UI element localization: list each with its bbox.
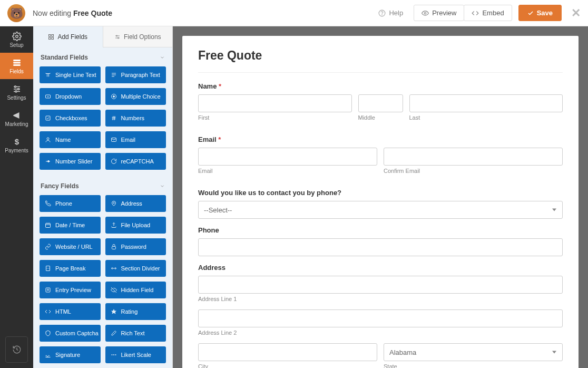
preview-button[interactable]: Preview: [414, 5, 464, 21]
help-icon: [378, 9, 386, 17]
field-multiple-choice[interactable]: Multiple Choice: [105, 88, 166, 105]
svg-rect-35: [112, 247, 115, 249]
history-icon: [12, 345, 22, 354]
svg-point-45: [113, 354, 114, 355]
svg-point-46: [115, 354, 116, 355]
email-input[interactable]: [198, 148, 377, 166]
svg-point-3: [15, 35, 18, 37]
field-email[interactable]: Email: [105, 131, 166, 148]
svg-rect-36: [46, 266, 50, 271]
sliders-icon: [12, 84, 22, 94]
dollar-icon: $: [12, 137, 22, 147]
save-button[interactable]: Save: [518, 5, 562, 21]
standard-fields-head[interactable]: Standard Fields: [33, 47, 172, 66]
left-rail: Setup Fields Settings Marketing $ Paymen…: [0, 26, 33, 368]
svg-point-12: [15, 91, 17, 92]
field-dropdown[interactable]: Dropdown: [40, 88, 101, 105]
field-rating[interactable]: Rating: [105, 303, 166, 320]
field-signature[interactable]: Signature: [40, 346, 101, 363]
field-phone[interactable]: Phone: [40, 195, 101, 212]
name-last-input[interactable]: [409, 94, 563, 112]
field-section-divider[interactable]: Section Divider: [105, 260, 166, 277]
svg-rect-6: [13, 64, 21, 66]
field-number-slider[interactable]: Number Slider: [40, 153, 101, 170]
name-first-input[interactable]: [198, 94, 352, 112]
svg-point-26: [47, 138, 49, 140]
rail-setup[interactable]: Setup: [0, 26, 33, 53]
svg-rect-16: [49, 37, 51, 40]
rail-marketing[interactable]: Marketing: [0, 105, 33, 132]
field-file-upload[interactable]: File Upload: [105, 217, 166, 234]
form-icon: [12, 58, 22, 67]
field-address[interactable]: Address: [105, 195, 166, 212]
field-name[interactable]: Name: [40, 131, 101, 148]
field-address-group[interactable]: Address Address Line 1 Address Line 2 Ci…: [198, 264, 563, 368]
field-html[interactable]: HTML: [40, 303, 101, 320]
svg-point-29: [48, 161, 50, 162]
svg-point-30: [113, 202, 114, 204]
svg-point-24: [113, 96, 114, 98]
svg-rect-17: [52, 37, 54, 40]
svg-point-11: [17, 88, 19, 90]
field-hidden-field[interactable]: Hidden Field: [105, 282, 166, 298]
confirm-email-input[interactable]: [384, 148, 563, 166]
field-custom-captcha[interactable]: Custom Captcha: [40, 325, 101, 342]
rail-settings[interactable]: Settings: [0, 79, 33, 105]
field-entry-preview[interactable]: Entry Preview: [40, 282, 101, 298]
field-password[interactable]: Password: [105, 238, 166, 255]
addr2-input[interactable]: [198, 309, 563, 327]
tab-add-fields[interactable]: Add Fields: [33, 26, 103, 47]
eye-icon: [422, 9, 429, 17]
city-input[interactable]: [198, 343, 377, 361]
field-likert-scale[interactable]: Likert Scale: [105, 346, 166, 363]
chevron-down-icon: [160, 183, 165, 189]
field-single-line-text[interactable]: Single Line Text: [40, 66, 101, 83]
svg-point-1: [382, 14, 383, 15]
tab-field-options[interactable]: Field Options: [103, 26, 173, 47]
svg-point-2: [424, 12, 426, 14]
standard-fields-grid: Single Line Text Paragraph Text Dropdown…: [33, 66, 172, 176]
name-middle-input[interactable]: [358, 94, 403, 112]
rail-fields[interactable]: Fields: [0, 53, 33, 79]
topbar: 🐻 Now editing Free Quote Help Preview Em…: [0, 0, 588, 26]
code-icon: [472, 9, 479, 17]
grid-icon: [48, 34, 54, 40]
sliders-icon: [114, 34, 121, 40]
contact-phone-select[interactable]: --Select--: [198, 201, 563, 219]
rail-payments[interactable]: $ Payments: [0, 132, 33, 158]
field-website-url[interactable]: Website / URL: [40, 238, 101, 255]
rail-history[interactable]: [5, 336, 28, 363]
check-icon: [527, 10, 534, 16]
state-select[interactable]: Alabama: [384, 343, 563, 361]
addr1-input[interactable]: [198, 276, 563, 294]
field-recaptcha[interactable]: reCAPTCHA: [105, 153, 166, 170]
field-name-group[interactable]: Name * First Middle Last: [198, 82, 563, 128]
embed-button[interactable]: Embed: [464, 5, 512, 21]
field-phone-group[interactable]: Phone: [198, 226, 563, 256]
close-button[interactable]: ✕: [571, 6, 581, 20]
fields-panel: Add Fields Field Options Standard Fields…: [33, 26, 173, 368]
field-paragraph-text[interactable]: Paragraph Text: [105, 66, 166, 83]
form-preview: Free Quote Name * First Middle Last: [182, 36, 579, 368]
field-contact-phone-group[interactable]: Would you like us to contact you by phon…: [198, 189, 563, 219]
field-email-group[interactable]: Email * Email Confirm Email: [198, 135, 563, 181]
fancy-fields-grid: Phone Address Date / Time File Upload We…: [33, 195, 172, 368]
svg-rect-5: [13, 62, 21, 63]
form-title[interactable]: Free Quote: [198, 49, 563, 73]
field-date-time[interactable]: Date / Time: [40, 217, 101, 234]
phone-input[interactable]: [198, 238, 563, 256]
svg-rect-31: [46, 224, 51, 228]
field-checkboxes[interactable]: Checkboxes: [40, 110, 101, 127]
svg-point-10: [14, 86, 16, 88]
app-logo: 🐻: [7, 4, 25, 22]
field-page-break[interactable]: Page Break: [40, 260, 101, 277]
field-rich-text[interactable]: Rich Text: [105, 325, 166, 342]
svg-text:$: $: [14, 137, 19, 146]
help-link[interactable]: Help: [373, 6, 408, 20]
fancy-fields-head[interactable]: Fancy Fields: [33, 176, 172, 195]
svg-point-44: [111, 354, 112, 355]
editing-status: Now editing Free Quote: [33, 9, 112, 17]
canvas-area: Free Quote Name * First Middle Last: [173, 26, 588, 368]
megaphone-icon: [12, 111, 22, 120]
field-numbers[interactable]: Numbers: [105, 110, 166, 127]
